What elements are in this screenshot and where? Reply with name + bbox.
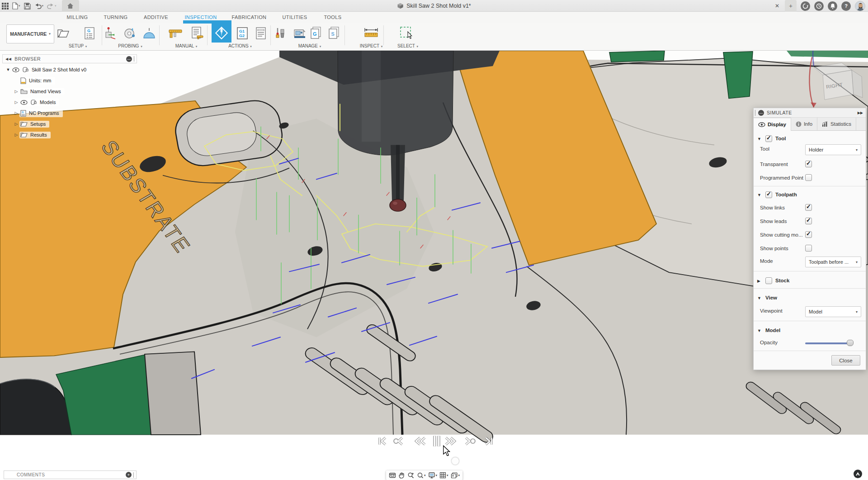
comments-grip[interactable] (133, 472, 135, 478)
transparent-checkbox[interactable]: ✓ (805, 161, 812, 167)
redo-button[interactable]: ▾ (45, 0, 58, 11)
browser-grip[interactable] (134, 56, 135, 62)
tool-dropdown[interactable]: Holder ▾ (805, 144, 861, 155)
undo-button[interactable]: ▾ (33, 0, 46, 11)
group-label-setup[interactable]: SETUP ▾ (55, 43, 100, 48)
comments-expand-icon[interactable]: ＋ (126, 472, 132, 478)
group-label-probing[interactable]: PROBING ▾ (108, 43, 153, 48)
gcode-documents-icon[interactable]: G (311, 25, 322, 41)
tab-milling[interactable]: MILLING (67, 12, 88, 23)
fit-view-icon[interactable]: ▾ (417, 472, 426, 479)
tab-tools[interactable]: TOOLS (324, 12, 341, 23)
timeline-handle[interactable] (452, 457, 459, 465)
redo-caret[interactable]: ▾ (55, 4, 57, 8)
home-tab-button[interactable] (62, 0, 79, 12)
tab-info[interactable]: Info (791, 118, 817, 130)
file-menu-button[interactable]: ▾ (10, 0, 22, 11)
group-label-actions[interactable]: ACTIONS ▾ (217, 43, 263, 48)
probe-wcs-icon[interactable] (104, 25, 118, 41)
notifications-bell-icon[interactable] (828, 1, 837, 11)
toolpath-section-checkbox[interactable]: ✓ (765, 191, 772, 198)
simulate-panel-header[interactable]: — SIMULATE ▶▶ (754, 108, 866, 118)
tree-item-root[interactable]: ▼ Skill Saw 2 Shot Mold v0 (5, 65, 137, 74)
opacity-slider[interactable] (805, 342, 850, 344)
user-avatar[interactable] (855, 1, 865, 11)
skip-to-start-button[interactable] (377, 435, 388, 447)
tree-item-nc-programs[interactable]: ▷ G NC Programs (13, 109, 137, 118)
job-status-icon[interactable] (801, 1, 810, 11)
manual-inspection-icon[interactable] (192, 25, 203, 41)
show-links-checkbox[interactable]: ✓ (805, 204, 812, 211)
panel-grip[interactable] (755, 110, 755, 116)
comments-bar[interactable]: COMMENTS ＋ (4, 470, 137, 479)
tab-display[interactable]: Display (754, 118, 791, 131)
probe-part-icon[interactable] (123, 25, 137, 41)
section-expand-icon[interactable]: ▶ (757, 279, 760, 283)
machine-library-icon[interactable] (292, 25, 306, 41)
expand-icon[interactable]: ▼ (5, 67, 11, 72)
play-backward-button[interactable] (415, 435, 426, 447)
tool-library-icon[interactable] (274, 25, 288, 41)
grid-snaps-icon[interactable]: ▾ (439, 472, 448, 479)
expand-icon[interactable]: ▷ (13, 100, 19, 105)
tree-item-setups[interactable]: ▷ Setups (13, 119, 137, 128)
script-documents-icon[interactable]: S (329, 25, 340, 41)
panel-collapse-icon[interactable]: — (758, 110, 764, 116)
post-process-g1g2-icon[interactable]: G1G2 (237, 25, 248, 41)
workspace-selector-button[interactable]: MANUFACTURE ▾ (6, 24, 54, 43)
close-button[interactable]: Close (831, 355, 860, 366)
section-collapse-icon[interactable]: ▼ (757, 137, 761, 141)
expand-icon[interactable]: ▷ (13, 133, 19, 137)
close-document-icon[interactable]: ✕ (774, 3, 781, 9)
setup-gcode-icon[interactable]: G (84, 25, 95, 41)
tab-statistics[interactable]: Statistics (817, 118, 856, 130)
tree-item-named-views[interactable]: ▷ Named Views (13, 87, 137, 96)
pan-hand-icon[interactable] (398, 472, 405, 479)
fusion-notification-badge[interactable] (854, 470, 862, 478)
tab-fabrication[interactable]: FABRICATION (232, 12, 267, 23)
previous-operation-button[interactable] (393, 435, 405, 447)
new-tab-icon[interactable]: ＋ (785, 0, 797, 12)
expand-icon[interactable]: ▷ (13, 89, 19, 94)
skip-to-end-button[interactable] (483, 435, 495, 447)
group-label-select[interactable]: SELECT ▾ (385, 43, 430, 48)
app-launcher-grid-icon[interactable] (0, 0, 10, 11)
probe-surface-icon[interactable] (142, 25, 156, 41)
tree-item-results[interactable]: ▷ Results (13, 130, 137, 139)
show-cutting-checkbox[interactable]: ✓ (805, 231, 812, 238)
panel-expand-icon[interactable]: ▶▶ (858, 111, 863, 115)
caliper-icon[interactable] (169, 25, 182, 41)
setup-new-icon[interactable] (57, 25, 70, 41)
recent-clock-icon[interactable] (814, 1, 824, 11)
tab-utilities[interactable]: UTILITIES (283, 12, 307, 23)
tree-item-units[interactable]: Units: mm (13, 76, 137, 85)
browser-collapse-icon[interactable]: ◀◀ (5, 57, 11, 61)
tree-item-models[interactable]: ▷ Models (13, 98, 137, 107)
simulate-tool-button[interactable] (212, 24, 231, 43)
simulation-timeline[interactable] (370, 458, 497, 464)
expand-icon[interactable]: ▷ (13, 111, 19, 115)
expand-icon[interactable]: ▷ (13, 122, 19, 126)
viewpoint-dropdown[interactable]: Model ▾ (805, 306, 861, 317)
play-forward-button[interactable] (444, 435, 456, 447)
help-icon[interactable]: ? (841, 1, 851, 11)
setup-sheet-icon[interactable] (255, 25, 266, 41)
stock-section-checkbox[interactable] (765, 277, 772, 284)
group-label-manage[interactable]: MANAGE ▾ (287, 43, 332, 48)
orbit-icon[interactable] (389, 472, 396, 479)
next-operation-button[interactable] (463, 435, 476, 447)
browser-minimize-icon[interactable]: — (126, 56, 132, 62)
undo-caret[interactable]: ▾ (42, 4, 44, 8)
show-points-checkbox[interactable] (805, 245, 812, 252)
select-tool-icon[interactable] (400, 25, 414, 41)
pause-button[interactable] (431, 434, 442, 448)
programmed-point-checkbox[interactable] (805, 174, 812, 181)
mode-dropdown[interactable]: Toolpath before ... ▾ (805, 257, 861, 267)
section-collapse-icon[interactable]: ▼ (757, 296, 761, 300)
section-collapse-icon[interactable]: ▼ (757, 328, 761, 333)
opacity-slider-thumb[interactable] (847, 340, 854, 346)
group-label-manual[interactable]: MANUAL ▾ (164, 43, 209, 48)
tab-additive[interactable]: ADDITIVE (144, 12, 168, 23)
save-button[interactable] (22, 0, 33, 11)
section-collapse-icon[interactable]: ▼ (757, 193, 761, 197)
